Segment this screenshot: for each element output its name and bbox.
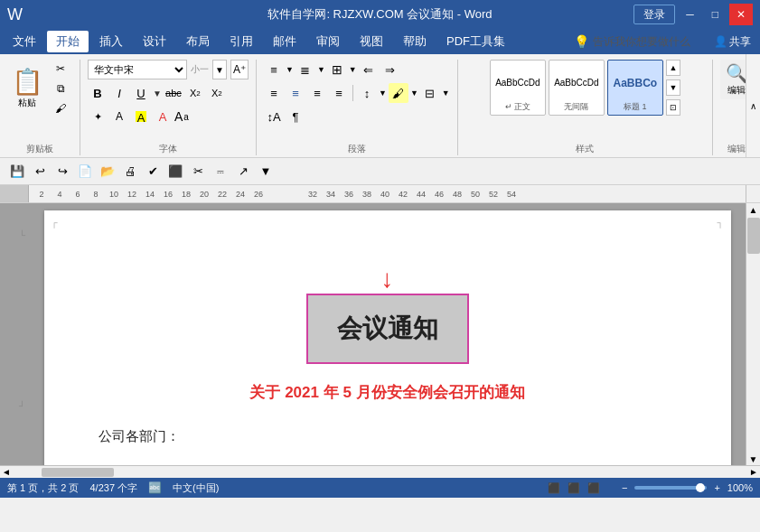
login-button[interactable]: 登录: [633, 5, 675, 24]
spacing-dropdown[interactable]: ▼: [379, 89, 387, 98]
menu-home[interactable]: 开始: [47, 31, 89, 52]
save-button[interactable]: 💾: [7, 162, 27, 182]
menu-pdf[interactable]: PDF工具集: [437, 31, 514, 52]
font-increase-button[interactable]: A⁺: [230, 60, 249, 79]
highlight-button[interactable]: A: [131, 107, 151, 126]
minimize-button[interactable]: ─: [679, 4, 701, 25]
share-button[interactable]: 👤 共享: [708, 33, 756, 51]
text-effect-button[interactable]: A: [109, 107, 129, 126]
border-button[interactable]: ⊟: [420, 83, 440, 103]
menu-mail[interactable]: 邮件: [264, 31, 305, 52]
subscript-button[interactable]: X2: [185, 83, 205, 103]
menu-references[interactable]: 引用: [220, 31, 262, 52]
multilevel-list-button[interactable]: ⊞: [327, 60, 347, 79]
ruler-2: 2: [33, 190, 51, 199]
view-mode-web[interactable]: ⬛: [587, 482, 600, 494]
redo-button[interactable]: ↪: [52, 162, 72, 182]
align-right-button[interactable]: ≡: [307, 83, 327, 103]
styles-expand-button[interactable]: ⊡: [666, 99, 680, 116]
check-button[interactable]: ✔: [143, 162, 163, 182]
vertical-scrollbar[interactable]: ▲ ▼: [746, 203, 760, 465]
ask-cortana[interactable]: 💡 告诉我你想要做什么: [574, 34, 690, 50]
style-normal[interactable]: AaBbCcDd ↵ 正文: [490, 60, 546, 116]
ruler-34: 34: [322, 190, 340, 199]
screenshot-button[interactable]: ⎓: [211, 162, 230, 182]
zoom-slider-thumb[interactable]: [696, 483, 705, 492]
superscript-button[interactable]: X2: [207, 83, 227, 103]
scroll-up-button[interactable]: ▲: [746, 203, 760, 216]
open-button[interactable]: 📂: [98, 162, 117, 182]
ruler-left-margin: [0, 185, 29, 202]
ordered-dropdown[interactable]: ▼: [317, 65, 325, 74]
list-dropdown[interactable]: ▼: [286, 65, 294, 74]
justify-button[interactable]: ≡: [329, 83, 349, 103]
cut-quick-button[interactable]: ✂: [188, 162, 208, 182]
underline-button[interactable]: U: [131, 83, 151, 103]
scroll-thumb[interactable]: [747, 218, 760, 254]
more-button[interactable]: ▼: [256, 162, 276, 182]
ribbon-collapse-button[interactable]: ∧: [746, 54, 760, 157]
align-center-button[interactable]: ≡: [286, 83, 305, 103]
menu-file[interactable]: 文件: [4, 31, 45, 52]
menu-review[interactable]: 审阅: [307, 31, 349, 52]
ordered-list-button[interactable]: ≣: [296, 60, 315, 79]
unordered-list-button[interactable]: ≡: [264, 60, 284, 79]
font-name-select[interactable]: 华文中宋: [88, 60, 187, 79]
shading-dropdown[interactable]: ▼: [410, 89, 418, 98]
indent-decrease-button[interactable]: ⇐: [359, 60, 379, 79]
line-spacing-button[interactable]: ↕: [357, 83, 377, 103]
view-mode-read[interactable]: ⬛: [568, 482, 580, 494]
multi-dropdown[interactable]: ▼: [349, 65, 357, 74]
italic-button[interactable]: I: [109, 83, 129, 103]
new-doc-button[interactable]: 📄: [75, 162, 95, 182]
zoom-plus-button[interactable]: +: [714, 482, 719, 493]
font-color-button[interactable]: A: [153, 107, 173, 126]
scroll-down-button[interactable]: ▼: [746, 453, 760, 465]
style-no-space[interactable]: AaBbCcDd 无间隔: [549, 60, 605, 116]
styles-down-button[interactable]: ▼: [666, 79, 680, 96]
bold-button[interactable]: B: [88, 83, 108, 103]
format-painter-button[interactable]: 🖌: [49, 99, 72, 117]
h-scroll-thumb[interactable]: [42, 468, 114, 477]
menu-help[interactable]: 帮助: [394, 31, 436, 52]
style-heading1[interactable]: AaBBCo 标题 1: [607, 60, 663, 116]
title-bar-right[interactable]: 登录 ─ □ ✕: [633, 4, 753, 25]
font-size-aa-small[interactable]: a: [183, 112, 189, 122]
copy-button[interactable]: ⧉: [49, 79, 72, 98]
scroll-right-button[interactable]: ►: [747, 467, 760, 478]
print-button[interactable]: 🖨: [120, 162, 140, 182]
sort-button[interactable]: ↕A: [264, 107, 284, 126]
horizontal-scrollbar[interactable]: ◄ ►: [0, 465, 760, 478]
menu-bar: 文件 开始 插入 设计 布局 引用 邮件 审阅 视图 帮助 PDF工具集 💡 告…: [0, 29, 760, 54]
zoom-slider[interactable]: [634, 486, 707, 490]
show-marks-button[interactable]: ¶: [286, 107, 305, 126]
font-size-aa-big[interactable]: A: [174, 109, 183, 124]
clear-format-button[interactable]: ✦: [88, 107, 108, 126]
menu-design[interactable]: 设计: [134, 31, 175, 52]
table-button[interactable]: ⬛: [165, 162, 185, 182]
shading-button[interactable]: 🖌: [389, 83, 408, 103]
maximize-button[interactable]: □: [705, 4, 726, 25]
underline-dropdown[interactable]: ▼: [153, 89, 162, 98]
indent-increase-button[interactable]: ⇒: [380, 60, 400, 79]
ruler-50: 50: [466, 190, 484, 199]
font-size-dropdown[interactable]: ▼: [212, 60, 227, 79]
page-area[interactable]: ┌ ┐ └ ┘ ↓ 会议通知 关于 2021 年 5 月份安全例会召开的通知 公…: [29, 203, 746, 465]
paste-button[interactable]: 📋 粘贴: [7, 60, 47, 116]
title-bar-title: 软件自学网: RJZXW.COM 会议通知 - Word: [267, 6, 492, 23]
undo-button[interactable]: ↩: [30, 162, 50, 182]
link-button[interactable]: ↗: [233, 162, 253, 182]
zoom-minus-button[interactable]: −: [622, 482, 627, 493]
menu-insert[interactable]: 插入: [90, 31, 132, 52]
close-button[interactable]: ✕: [729, 4, 753, 25]
scroll-left-button[interactable]: ◄: [0, 467, 13, 478]
clipboard-label: 剪贴板: [4, 143, 76, 155]
strikethrough-button[interactable]: abc: [164, 83, 183, 103]
align-left-button[interactable]: ≡: [264, 83, 284, 103]
cut-button[interactable]: ✂: [49, 60, 72, 78]
styles-up-button[interactable]: ▲: [666, 60, 680, 76]
menu-layout[interactable]: 布局: [177, 31, 219, 52]
view-mode-print[interactable]: ⬛: [548, 482, 560, 494]
menu-view[interactable]: 视图: [351, 31, 392, 52]
border-dropdown[interactable]: ▼: [442, 89, 450, 98]
